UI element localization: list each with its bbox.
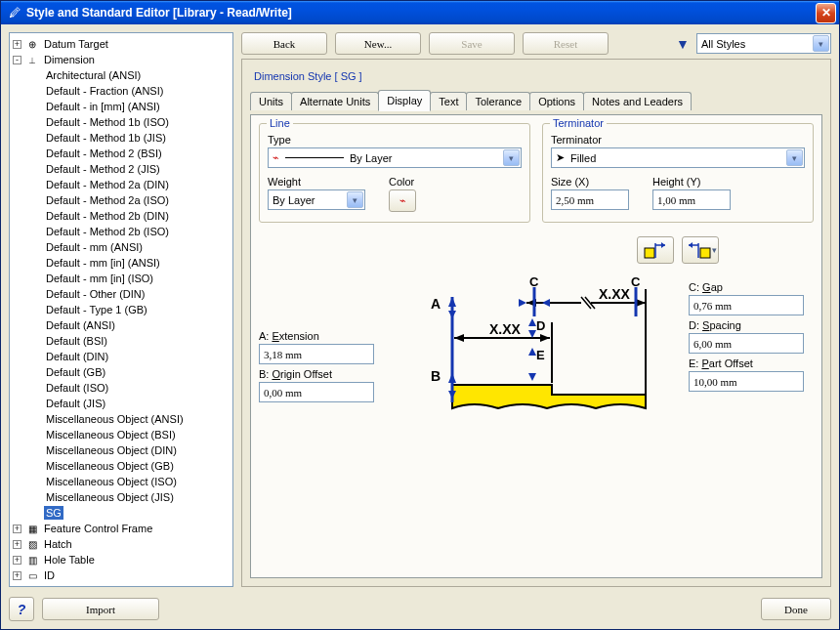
expand-icon[interactable]: + bbox=[13, 556, 21, 565]
tab-alternate-units[interactable]: Alternate Units bbox=[291, 92, 379, 110]
save-button[interactable]: Save bbox=[429, 32, 515, 55]
close-button[interactable]: ✕ bbox=[816, 3, 836, 23]
input-heighty[interactable] bbox=[652, 189, 731, 210]
label-color: Color bbox=[389, 176, 416, 188]
input-b-origin-offset[interactable] bbox=[259, 382, 374, 402]
tree-item[interactable]: Default - Type 1 (GB) bbox=[13, 302, 230, 317]
done-button[interactable]: Done bbox=[761, 598, 831, 620]
tree-label: Default - Method 1b (ISO) bbox=[44, 115, 171, 129]
tree-item[interactable]: Default (ANSI) bbox=[13, 317, 230, 333]
tab-notes-and-leaders[interactable]: Notes and Leaders bbox=[583, 92, 692, 110]
svg-text:E: E bbox=[536, 348, 545, 362]
import-button[interactable]: Import bbox=[42, 598, 159, 620]
tree-label: ID bbox=[42, 568, 57, 582]
filter-icon[interactable]: ▼ bbox=[675, 36, 691, 52]
tree-item[interactable]: Default - Fraction (ANSI) bbox=[13, 83, 230, 99]
tab-options[interactable]: Options bbox=[529, 92, 584, 110]
tree-item[interactable]: Miscellaneous Object (JIS) bbox=[13, 489, 230, 505]
tree-label: Default - mm [in] (ANSI) bbox=[44, 256, 162, 270]
svg-marker-27 bbox=[448, 297, 456, 307]
tree-item[interactable]: Default - mm [in] (ISO) bbox=[13, 271, 230, 286]
combo-terminator[interactable]: ➤ Filled ▾ bbox=[551, 147, 805, 168]
tree-item[interactable]: Default (DIN) bbox=[13, 349, 230, 364]
tree-label: Default - Method 2 (BSI) bbox=[44, 147, 164, 160]
back-button[interactable]: Back bbox=[241, 32, 327, 55]
svg-marker-33 bbox=[528, 318, 536, 326]
input-c-gap[interactable] bbox=[689, 295, 804, 315]
tree-item[interactable]: +▭ID bbox=[13, 567, 230, 583]
tree-label: Default - in [mm] (ANSI) bbox=[44, 100, 162, 113]
tree-item[interactable]: Miscellaneous Object (ANSI) bbox=[13, 411, 230, 427]
tree-item[interactable]: Default (GB) bbox=[13, 364, 230, 380]
expand-icon[interactable]: + bbox=[13, 540, 21, 549]
tree-item[interactable]: Default - mm (ANSI) bbox=[13, 239, 230, 255]
svg-text:X.XX: X.XX bbox=[489, 321, 522, 337]
tab-text[interactable]: Text bbox=[430, 92, 467, 110]
tree-item[interactable]: Default - in [mm] (ANSI) bbox=[13, 99, 230, 114]
tree-label: Hole Table bbox=[42, 553, 97, 567]
tree-item[interactable]: Default - Other (DIN) bbox=[13, 286, 230, 302]
style-tree[interactable]: +⊕Datum Target-⟂DimensionArchitectural (… bbox=[9, 32, 233, 587]
tree-label: Architectural (ANSI) bbox=[44, 68, 143, 82]
layer-color-icon: ⌁ bbox=[399, 194, 406, 206]
tree-item[interactable]: Default - mm [in] (ANSI) bbox=[13, 255, 230, 271]
tree-item[interactable]: Default - Method 2 (JIS) bbox=[13, 161, 230, 177]
tree-item[interactable]: Default (JIS) bbox=[13, 396, 230, 411]
tree-item[interactable]: Default - Method 1b (ISO) bbox=[13, 114, 230, 130]
input-d-spacing[interactable] bbox=[689, 333, 804, 354]
tab-tolerance[interactable]: Tolerance bbox=[466, 92, 530, 110]
weight-value: By Layer bbox=[273, 194, 315, 206]
tree-item[interactable]: +▨Hatch bbox=[13, 536, 230, 552]
collapse-icon[interactable]: - bbox=[13, 56, 21, 64]
tab-units[interactable]: Units bbox=[250, 92, 292, 110]
tree-item[interactable]: -⟂Dimension bbox=[13, 52, 230, 67]
tree-item[interactable]: Miscellaneous Object (DIN) bbox=[13, 442, 230, 458]
swap-left-icon bbox=[644, 241, 667, 259]
tree-item[interactable]: Default - Method 2b (DIN) bbox=[13, 208, 230, 224]
swap-right-icon bbox=[689, 241, 712, 259]
tree-item[interactable]: Architectural (ANSI) bbox=[13, 67, 230, 83]
combo-weight[interactable]: By Layer ▾ bbox=[268, 189, 365, 210]
tree-item[interactable]: Default - Method 2a (ISO) bbox=[13, 192, 230, 208]
tree-item[interactable]: Miscellaneous Object (BSI) bbox=[13, 427, 230, 442]
tree-item[interactable]: SG bbox=[13, 505, 230, 521]
tree-item[interactable]: Default - Method 1b (JIS) bbox=[13, 130, 230, 146]
input-a-extension[interactable] bbox=[259, 344, 374, 364]
tab-display[interactable]: Display bbox=[378, 90, 431, 111]
tree-label: Dimension bbox=[42, 53, 97, 66]
tree-label: Default - Method 2 (JIS) bbox=[44, 162, 162, 176]
tree-item[interactable]: Default (ISO) bbox=[13, 380, 230, 396]
tree-item[interactable]: Default - Method 2 (BSI) bbox=[13, 146, 230, 161]
tree-item[interactable]: +⊕Datum Target bbox=[13, 36, 230, 52]
tree-node-icon: ⟂ bbox=[24, 52, 40, 67]
tree-item[interactable]: Default - Method 2b (ISO) bbox=[13, 224, 230, 239]
expand-icon[interactable]: + bbox=[13, 40, 21, 49]
combo-line-type[interactable]: ⌁ By Layer ▾ bbox=[268, 147, 522, 168]
chevron-down-icon: ▾ bbox=[813, 35, 829, 52]
chevron-down-icon: ▾ bbox=[786, 149, 803, 166]
tree-item[interactable]: +▥Hole Table bbox=[13, 552, 230, 567]
swap-left-button[interactable] bbox=[637, 236, 674, 264]
input-sizex[interactable] bbox=[551, 189, 629, 210]
filter-combo[interactable]: All Styles ▾ bbox=[696, 33, 831, 54]
new-button[interactable]: New... bbox=[335, 32, 421, 55]
swap-right-button[interactable]: ▾ bbox=[682, 236, 719, 264]
tree-item[interactable]: Default - Method 2a (DIN) bbox=[13, 177, 230, 192]
input-e-part-offset[interactable] bbox=[689, 371, 804, 392]
reset-button[interactable]: Reset bbox=[523, 32, 609, 55]
color-button[interactable]: ⌁ bbox=[389, 189, 416, 212]
arrow-right-icon: ➤ bbox=[556, 151, 565, 164]
expand-icon[interactable]: + bbox=[13, 525, 21, 533]
tree-label: Default - Method 1b (JIS) bbox=[44, 131, 168, 145]
svg-text:B: B bbox=[431, 368, 441, 384]
tree-item[interactable]: Miscellaneous Object (GB) bbox=[13, 458, 230, 474]
tree-node-icon: ▭ bbox=[24, 567, 40, 583]
tree-item[interactable]: +▦Feature Control Frame bbox=[13, 521, 230, 536]
tree-item[interactable]: Default (BSI) bbox=[13, 333, 230, 349]
expand-icon[interactable]: + bbox=[13, 571, 21, 580]
help-button[interactable]: ? bbox=[9, 597, 34, 621]
line-type-value: By Layer bbox=[350, 152, 392, 164]
tree-label: Default - Method 2b (ISO) bbox=[44, 225, 171, 238]
tree-item[interactable]: Miscellaneous Object (ISO) bbox=[13, 474, 230, 489]
tree-label: Feature Control Frame bbox=[42, 522, 154, 535]
